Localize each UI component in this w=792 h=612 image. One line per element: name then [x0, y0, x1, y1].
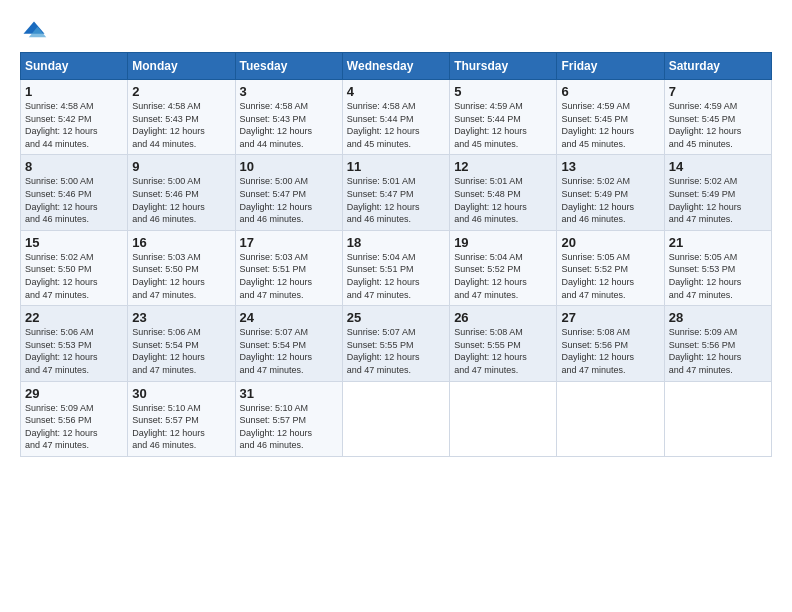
day-cell: 16Sunrise: 5:03 AMSunset: 5:50 PMDayligh… [128, 230, 235, 305]
day-number: 4 [347, 84, 445, 99]
day-number: 5 [454, 84, 552, 99]
day-info: Sunrise: 5:07 AMSunset: 5:55 PMDaylight:… [347, 326, 445, 376]
day-info: Sunrise: 4:58 AMSunset: 5:43 PMDaylight:… [132, 100, 230, 150]
day-cell: 11Sunrise: 5:01 AMSunset: 5:47 PMDayligh… [342, 155, 449, 230]
day-number: 21 [669, 235, 767, 250]
col-header-tuesday: Tuesday [235, 53, 342, 80]
logo-icon [20, 18, 48, 46]
day-cell: 23Sunrise: 5:06 AMSunset: 5:54 PMDayligh… [128, 306, 235, 381]
day-cell: 6Sunrise: 4:59 AMSunset: 5:45 PMDaylight… [557, 80, 664, 155]
day-number: 24 [240, 310, 338, 325]
day-number: 19 [454, 235, 552, 250]
day-info: Sunrise: 5:08 AMSunset: 5:56 PMDaylight:… [561, 326, 659, 376]
day-number: 1 [25, 84, 123, 99]
col-header-wednesday: Wednesday [342, 53, 449, 80]
day-cell: 24Sunrise: 5:07 AMSunset: 5:54 PMDayligh… [235, 306, 342, 381]
day-info: Sunrise: 5:09 AMSunset: 5:56 PMDaylight:… [669, 326, 767, 376]
day-cell: 20Sunrise: 5:05 AMSunset: 5:52 PMDayligh… [557, 230, 664, 305]
day-number: 10 [240, 159, 338, 174]
header-row: SundayMondayTuesdayWednesdayThursdayFrid… [21, 53, 772, 80]
week-row-4: 22Sunrise: 5:06 AMSunset: 5:53 PMDayligh… [21, 306, 772, 381]
day-info: Sunrise: 5:07 AMSunset: 5:54 PMDaylight:… [240, 326, 338, 376]
day-number: 30 [132, 386, 230, 401]
day-cell: 14Sunrise: 5:02 AMSunset: 5:49 PMDayligh… [664, 155, 771, 230]
day-number: 7 [669, 84, 767, 99]
day-number: 18 [347, 235, 445, 250]
day-cell: 30Sunrise: 5:10 AMSunset: 5:57 PMDayligh… [128, 381, 235, 456]
day-info: Sunrise: 5:00 AMSunset: 5:46 PMDaylight:… [132, 175, 230, 225]
day-cell: 5Sunrise: 4:59 AMSunset: 5:44 PMDaylight… [450, 80, 557, 155]
day-number: 6 [561, 84, 659, 99]
day-info: Sunrise: 5:00 AMSunset: 5:47 PMDaylight:… [240, 175, 338, 225]
day-info: Sunrise: 4:59 AMSunset: 5:45 PMDaylight:… [669, 100, 767, 150]
week-row-5: 29Sunrise: 5:09 AMSunset: 5:56 PMDayligh… [21, 381, 772, 456]
day-cell: 9Sunrise: 5:00 AMSunset: 5:46 PMDaylight… [128, 155, 235, 230]
day-cell: 13Sunrise: 5:02 AMSunset: 5:49 PMDayligh… [557, 155, 664, 230]
day-cell: 15Sunrise: 5:02 AMSunset: 5:50 PMDayligh… [21, 230, 128, 305]
day-cell [450, 381, 557, 456]
day-cell: 31Sunrise: 5:10 AMSunset: 5:57 PMDayligh… [235, 381, 342, 456]
day-cell: 27Sunrise: 5:08 AMSunset: 5:56 PMDayligh… [557, 306, 664, 381]
day-cell: 12Sunrise: 5:01 AMSunset: 5:48 PMDayligh… [450, 155, 557, 230]
day-info: Sunrise: 4:59 AMSunset: 5:45 PMDaylight:… [561, 100, 659, 150]
calendar-table: SundayMondayTuesdayWednesdayThursdayFrid… [20, 52, 772, 457]
week-row-3: 15Sunrise: 5:02 AMSunset: 5:50 PMDayligh… [21, 230, 772, 305]
day-cell [342, 381, 449, 456]
day-number: 15 [25, 235, 123, 250]
day-cell: 26Sunrise: 5:08 AMSunset: 5:55 PMDayligh… [450, 306, 557, 381]
day-cell: 25Sunrise: 5:07 AMSunset: 5:55 PMDayligh… [342, 306, 449, 381]
day-info: Sunrise: 5:02 AMSunset: 5:49 PMDaylight:… [669, 175, 767, 225]
logo [20, 18, 52, 46]
day-number: 26 [454, 310, 552, 325]
day-number: 29 [25, 386, 123, 401]
day-info: Sunrise: 4:58 AMSunset: 5:43 PMDaylight:… [240, 100, 338, 150]
day-cell: 19Sunrise: 5:04 AMSunset: 5:52 PMDayligh… [450, 230, 557, 305]
day-info: Sunrise: 5:00 AMSunset: 5:46 PMDaylight:… [25, 175, 123, 225]
day-cell [664, 381, 771, 456]
day-info: Sunrise: 5:02 AMSunset: 5:50 PMDaylight:… [25, 251, 123, 301]
day-cell [557, 381, 664, 456]
day-info: Sunrise: 5:02 AMSunset: 5:49 PMDaylight:… [561, 175, 659, 225]
day-info: Sunrise: 4:58 AMSunset: 5:42 PMDaylight:… [25, 100, 123, 150]
day-number: 20 [561, 235, 659, 250]
day-info: Sunrise: 5:10 AMSunset: 5:57 PMDaylight:… [132, 402, 230, 452]
day-number: 9 [132, 159, 230, 174]
col-header-saturday: Saturday [664, 53, 771, 80]
day-info: Sunrise: 5:01 AMSunset: 5:48 PMDaylight:… [454, 175, 552, 225]
day-number: 3 [240, 84, 338, 99]
day-number: 14 [669, 159, 767, 174]
day-cell: 4Sunrise: 4:58 AMSunset: 5:44 PMDaylight… [342, 80, 449, 155]
day-cell: 2Sunrise: 4:58 AMSunset: 5:43 PMDaylight… [128, 80, 235, 155]
day-number: 11 [347, 159, 445, 174]
day-info: Sunrise: 5:01 AMSunset: 5:47 PMDaylight:… [347, 175, 445, 225]
day-info: Sunrise: 5:06 AMSunset: 5:54 PMDaylight:… [132, 326, 230, 376]
day-number: 31 [240, 386, 338, 401]
col-header-sunday: Sunday [21, 53, 128, 80]
day-info: Sunrise: 5:05 AMSunset: 5:52 PMDaylight:… [561, 251, 659, 301]
day-cell: 7Sunrise: 4:59 AMSunset: 5:45 PMDaylight… [664, 80, 771, 155]
day-cell: 22Sunrise: 5:06 AMSunset: 5:53 PMDayligh… [21, 306, 128, 381]
day-number: 12 [454, 159, 552, 174]
day-cell: 8Sunrise: 5:00 AMSunset: 5:46 PMDaylight… [21, 155, 128, 230]
day-number: 22 [25, 310, 123, 325]
day-info: Sunrise: 5:03 AMSunset: 5:51 PMDaylight:… [240, 251, 338, 301]
day-cell: 1Sunrise: 4:58 AMSunset: 5:42 PMDaylight… [21, 80, 128, 155]
day-info: Sunrise: 5:04 AMSunset: 5:52 PMDaylight:… [454, 251, 552, 301]
col-header-friday: Friday [557, 53, 664, 80]
page: SundayMondayTuesdayWednesdayThursdayFrid… [0, 0, 792, 612]
day-cell: 10Sunrise: 5:00 AMSunset: 5:47 PMDayligh… [235, 155, 342, 230]
day-info: Sunrise: 4:58 AMSunset: 5:44 PMDaylight:… [347, 100, 445, 150]
day-number: 28 [669, 310, 767, 325]
col-header-thursday: Thursday [450, 53, 557, 80]
day-number: 27 [561, 310, 659, 325]
day-info: Sunrise: 5:09 AMSunset: 5:56 PMDaylight:… [25, 402, 123, 452]
week-row-1: 1Sunrise: 4:58 AMSunset: 5:42 PMDaylight… [21, 80, 772, 155]
day-cell: 17Sunrise: 5:03 AMSunset: 5:51 PMDayligh… [235, 230, 342, 305]
day-info: Sunrise: 5:04 AMSunset: 5:51 PMDaylight:… [347, 251, 445, 301]
day-info: Sunrise: 4:59 AMSunset: 5:44 PMDaylight:… [454, 100, 552, 150]
col-header-monday: Monday [128, 53, 235, 80]
day-number: 8 [25, 159, 123, 174]
day-info: Sunrise: 5:06 AMSunset: 5:53 PMDaylight:… [25, 326, 123, 376]
day-cell: 28Sunrise: 5:09 AMSunset: 5:56 PMDayligh… [664, 306, 771, 381]
day-cell: 3Sunrise: 4:58 AMSunset: 5:43 PMDaylight… [235, 80, 342, 155]
